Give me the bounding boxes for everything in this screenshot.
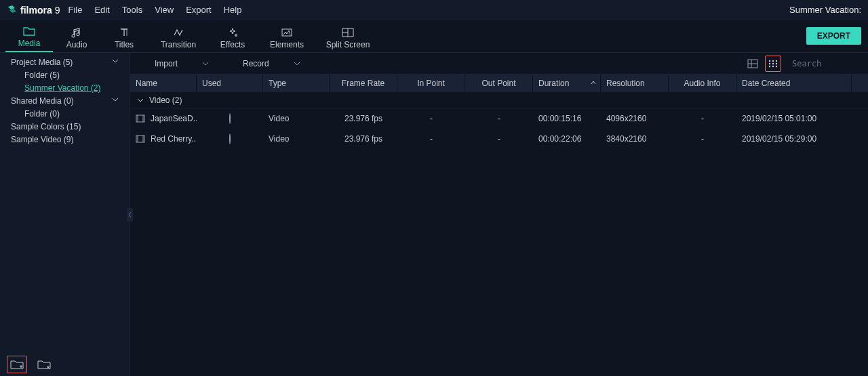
col-date-created[interactable]: Date Created: [736, 75, 852, 92]
tab-label: Elements: [256, 40, 317, 49]
svg-point-6: [772, 60, 774, 61]
sidebar-collapse-handle[interactable]: [127, 208, 133, 222]
elements-icon: [256, 25, 317, 40]
clip-in-point: -: [397, 129, 465, 149]
tab-label: Media: [5, 39, 53, 48]
chevron-down-icon: [112, 58, 119, 64]
clip-out-point: -: [465, 129, 533, 149]
remove-folder-button[interactable]: [34, 356, 54, 373]
menu-view[interactable]: View: [155, 5, 174, 15]
search-box[interactable]: [788, 56, 863, 71]
sidebar-item-folder-5[interactable]: Folder (5): [0, 68, 130, 81]
module-tabs: Media Audio Titles Transition Effects El…: [0, 20, 868, 53]
clip-frame-rate: 23.976 fps: [330, 108, 397, 129]
clip-duration: 00:00:15:16: [533, 108, 601, 129]
tab-transition[interactable]: Transition: [148, 25, 209, 52]
col-duration[interactable]: Duration: [533, 75, 601, 92]
clip-resolution: 4096x2160: [601, 108, 669, 129]
sidebar-item-folder-0[interactable]: Folder (0): [0, 107, 130, 120]
svg-point-7: [776, 60, 777, 61]
sidebar: Project Media (5) Folder (5) Summer Vaca…: [0, 53, 130, 376]
sidebar-item-label: Sample Colors (15): [11, 122, 81, 131]
export-button[interactable]: EXPORT: [806, 27, 861, 45]
svg-marker-1: [9, 9, 16, 13]
add-folder-button[interactable]: [7, 356, 27, 373]
top-menu: File Edit Tools View Export Help: [68, 5, 241, 15]
media-table-header: Name Used Type Frame Rate In Point Out P…: [130, 75, 868, 92]
tab-audio[interactable]: Audio: [53, 25, 100, 52]
svg-rect-2: [282, 29, 292, 36]
media-panel: Import Record: [130, 53, 868, 376]
sort-asc-icon: [591, 80, 596, 85]
clip-type: Video: [263, 108, 330, 129]
app-name: filmora: [20, 5, 52, 16]
media-group-video[interactable]: Video (2): [130, 92, 868, 108]
view-grid-button[interactable]: [765, 56, 781, 72]
project-title: Summer Vacation:: [789, 5, 861, 15]
svg-point-11: [769, 65, 770, 66]
clip-resolution: 3840x2160: [601, 129, 669, 149]
table-row[interactable]: Red Cherry... Video 23.976 fps - - 00:00…: [130, 129, 868, 149]
sidebar-item-label: Shared Media (0): [11, 96, 74, 106]
col-name[interactable]: Name: [130, 75, 197, 92]
group-label: Video (2): [149, 96, 182, 105]
video-clip-icon: [136, 114, 145, 123]
menu-file[interactable]: File: [68, 5, 82, 15]
used-indicator: [229, 133, 231, 144]
clip-audio-info: -: [669, 108, 736, 129]
tab-effects[interactable]: Effects: [209, 25, 256, 52]
menu-tools[interactable]: Tools: [122, 5, 142, 15]
app-logo: filmora 9: [7, 5, 60, 16]
chevron-down-icon: [294, 60, 300, 67]
search-input[interactable]: [792, 59, 868, 68]
split-screen-icon: [317, 25, 378, 40]
clip-in-point: -: [397, 108, 465, 129]
record-dropdown[interactable]: Record: [239, 56, 304, 71]
chevron-down-icon: [137, 97, 144, 104]
tab-label: Audio: [53, 40, 100, 49]
video-clip-icon: [136, 135, 145, 143]
app-version: 9: [55, 5, 60, 16]
sidebar-item-summer-vacation[interactable]: Summer Vacation (2): [0, 81, 130, 94]
sidebar-item-shared-media[interactable]: Shared Media (0): [0, 94, 130, 107]
view-list-button[interactable]: [745, 56, 761, 72]
tab-titles[interactable]: Titles: [100, 25, 148, 52]
tab-label: Effects: [209, 40, 256, 49]
menu-bar: filmora 9 File Edit Tools View Export He…: [0, 0, 868, 20]
menu-export[interactable]: Export: [186, 5, 212, 15]
clip-name: JapanSeaD...: [151, 108, 197, 129]
col-audio-info[interactable]: Audio Info: [669, 75, 736, 92]
import-dropdown[interactable]: Import: [151, 56, 213, 71]
sidebar-item-sample-video[interactable]: Sample Video (9): [0, 133, 130, 146]
sidebar-item-project-media[interactable]: Project Media (5): [0, 56, 130, 68]
folder-icon: [5, 24, 53, 39]
clip-duration: 00:00:22:06: [533, 129, 601, 149]
media-toolbar: Import Record: [130, 53, 868, 75]
menu-help[interactable]: Help: [224, 5, 242, 15]
clip-name: Red Cherry...: [151, 129, 197, 149]
col-in-point[interactable]: In Point: [397, 75, 465, 92]
table-row[interactable]: JapanSeaD... Video 23.976 fps - - 00:00:…: [130, 108, 868, 129]
tab-split-screen[interactable]: Split Screen: [317, 25, 378, 52]
tab-elements[interactable]: Elements: [256, 25, 317, 52]
music-icon: [53, 25, 100, 40]
clip-audio-info: -: [669, 129, 736, 149]
tab-media[interactable]: Media: [5, 24, 53, 52]
sidebar-item-label: Summer Vacation (2): [24, 83, 100, 93]
logo-icon: [7, 5, 18, 16]
svg-point-12: [772, 65, 774, 66]
tab-label: Titles: [100, 40, 148, 49]
col-frame-rate[interactable]: Frame Rate: [330, 75, 397, 92]
col-resolution[interactable]: Resolution: [601, 75, 669, 92]
svg-marker-0: [8, 5, 15, 9]
col-type[interactable]: Type: [263, 75, 330, 92]
col-out-point[interactable]: Out Point: [465, 75, 533, 92]
clip-type: Video: [263, 129, 330, 149]
sidebar-item-sample-colors[interactable]: Sample Colors (15): [0, 120, 130, 133]
sidebar-item-label: Folder (5): [24, 70, 60, 80]
col-used[interactable]: Used: [197, 75, 263, 92]
record-label: Record: [243, 59, 269, 68]
menu-edit[interactable]: Edit: [94, 5, 109, 15]
transition-icon: [148, 25, 209, 40]
text-icon: [100, 25, 148, 40]
